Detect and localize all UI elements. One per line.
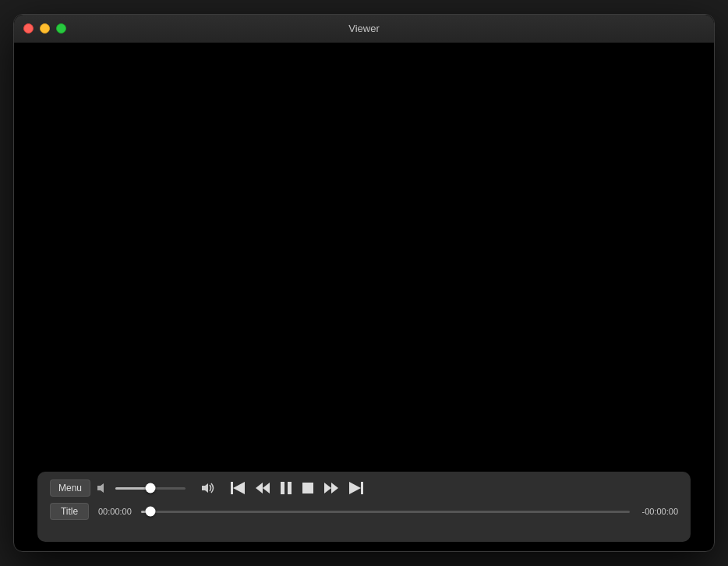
svg-marker-5 [263, 483, 270, 493]
time-remaining: -00:00:00 [642, 507, 678, 516]
svg-marker-1 [202, 483, 208, 493]
title-bar: Viewer [14, 15, 714, 43]
svg-marker-12 [349, 482, 361, 494]
fast-forward-button[interactable] [321, 481, 341, 495]
svg-rect-7 [288, 482, 292, 494]
svg-marker-4 [256, 483, 263, 493]
window-title: Viewer [348, 23, 380, 34]
svg-marker-3 [233, 482, 245, 494]
svg-marker-9 [324, 483, 331, 493]
minimize-button[interactable] [40, 23, 50, 34]
main-window: Viewer Menu [13, 14, 715, 552]
controls-bottom-row: Title 00:00:00 -00:00:00 [50, 503, 678, 520]
controls-panel: Menu [37, 472, 691, 542]
svg-marker-0 [97, 483, 104, 493]
volume-high-icon [201, 483, 218, 493]
svg-rect-11 [361, 482, 363, 494]
svg-marker-10 [331, 483, 338, 493]
stop-button[interactable] [299, 481, 316, 495]
svg-rect-2 [231, 482, 233, 494]
rewind-button[interactable] [253, 481, 273, 495]
video-area [14, 43, 714, 465]
controls-top-row: Menu [50, 479, 678, 497]
volume-low-icon [97, 483, 109, 493]
time-current: 00:00:00 [98, 507, 132, 516]
pause-button[interactable] [277, 480, 295, 496]
close-button[interactable] [23, 23, 34, 34]
menu-button[interactable]: Menu [50, 479, 90, 497]
playback-controls [228, 480, 366, 496]
skip-next-button[interactable] [346, 480, 366, 496]
maximize-button[interactable] [56, 23, 66, 34]
seek-bar[interactable] [141, 507, 630, 517]
traffic-lights [23, 23, 66, 34]
svg-rect-6 [281, 482, 284, 494]
skip-previous-button[interactable] [228, 480, 248, 496]
svg-rect-8 [302, 483, 313, 493]
volume-slider[interactable] [115, 487, 193, 490]
title-button[interactable]: Title [50, 503, 89, 520]
